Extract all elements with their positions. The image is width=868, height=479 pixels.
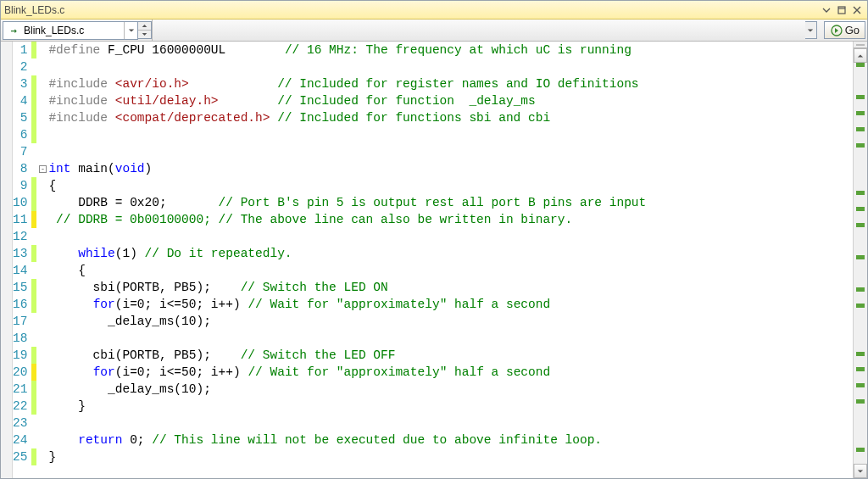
spinner-up-icon[interactable] [138, 22, 151, 31]
breakpoint-slot[interactable] [1, 279, 12, 296]
overview-change-mark[interactable] [856, 207, 865, 211]
code-line[interactable] [48, 330, 853, 347]
breakpoint-slot[interactable] [1, 296, 12, 313]
breakpoint-slot[interactable] [1, 109, 12, 126]
breakpoint-slot[interactable] [1, 92, 12, 109]
overview-change-mark[interactable] [856, 63, 865, 67]
breakpoint-margin[interactable] [1, 42, 13, 478]
window-menu-button[interactable] [820, 3, 833, 17]
code-line[interactable]: _delay_ms(10); [48, 313, 853, 330]
line-number: 3 [13, 75, 31, 92]
code-line[interactable]: #include <util/delay.h> // Included for … [48, 92, 853, 109]
breakpoint-slot[interactable] [1, 381, 12, 398]
breakpoint-slot[interactable] [1, 262, 12, 279]
breakpoint-slot[interactable] [1, 160, 12, 177]
breakpoint-slot[interactable] [1, 42, 12, 58]
overview-change-mark[interactable] [856, 143, 865, 148]
code-line[interactable]: #include <compat/deprecated.h> // Includ… [48, 109, 853, 126]
breakpoint-slot[interactable] [1, 143, 12, 160]
fold-slot [36, 211, 48, 228]
code-line[interactable]: return 0; // This line will not be execu… [48, 432, 853, 448]
breakpoint-slot[interactable] [1, 313, 12, 330]
overview-change-mark[interactable] [856, 191, 865, 195]
code-line[interactable]: _delay_ms(10); [48, 381, 853, 398]
overview-change-mark[interactable] [856, 223, 865, 227]
overview-change-mark[interactable] [856, 352, 865, 356]
file-scope-combo[interactable]: → Blink_LEDs.c [3, 21, 138, 40]
code-line[interactable]: } [48, 448, 853, 465]
overview-change-mark[interactable] [856, 448, 865, 452]
code-line[interactable]: { [48, 262, 853, 279]
line-number: 19 [13, 347, 31, 364]
breakpoint-slot[interactable] [1, 448, 12, 465]
code-line[interactable]: #define F_CPU 16000000UL // 16 MHz: The … [48, 42, 853, 58]
overview-change-mark[interactable] [856, 399, 865, 404]
scroll-up-button[interactable] [854, 48, 867, 63]
breakpoint-slot[interactable] [1, 330, 12, 347]
fold-slot [36, 42, 48, 58]
code-line[interactable]: for(i=0; i<=50; i++) // Wait for "approx… [48, 296, 853, 313]
line-number: 5 [13, 109, 31, 126]
code-line[interactable] [48, 126, 853, 143]
code-line[interactable]: cbi(PORTB, PB5); // Switch the LED OFF [48, 347, 853, 364]
breakpoint-slot[interactable] [1, 398, 12, 415]
file-arrow-icon: → [7, 24, 20, 37]
maximize-button[interactable] [835, 3, 849, 17]
spinner-down-icon[interactable] [138, 31, 151, 38]
scrollbar-track[interactable] [854, 63, 867, 464]
code-line[interactable] [48, 143, 853, 160]
go-button-label: Go [845, 24, 860, 36]
go-button[interactable]: Go [824, 21, 865, 39]
breakpoint-slot[interactable] [1, 364, 12, 381]
overview-change-mark[interactable] [856, 367, 865, 371]
breakpoint-slot[interactable] [1, 58, 12, 75]
fold-slot [36, 92, 48, 109]
code-line[interactable]: { [48, 177, 853, 194]
vertical-scrollbar[interactable] [853, 42, 867, 478]
code-line[interactable]: while(1) // Do it repeatedly. [48, 245, 853, 262]
code-line[interactable]: DDRB = 0x20; // Port B's pin 5 is output… [48, 194, 853, 211]
overview-change-mark[interactable] [856, 111, 865, 115]
breakpoint-slot[interactable] [1, 177, 12, 194]
breakpoint-slot[interactable] [1, 415, 12, 432]
fold-collapse-icon[interactable]: - [39, 165, 47, 173]
breakpoint-slot[interactable] [1, 211, 12, 228]
code-line[interactable]: sbi(PORTB, PB5); // Switch the LED ON [48, 279, 853, 296]
combo-dropdown-icon[interactable] [124, 22, 137, 39]
overview-change-mark[interactable] [856, 255, 865, 259]
code-editor[interactable]: 1234567891011121314151617181920212223242… [1, 42, 853, 478]
code-line[interactable]: } [48, 398, 853, 415]
breakpoint-slot[interactable] [1, 126, 12, 143]
overview-change-mark[interactable] [856, 304, 865, 308]
breakpoint-slot[interactable] [1, 228, 12, 245]
code-line[interactable]: for(i=0; i<=50; i++) // Wait for "approx… [48, 364, 853, 381]
breakpoint-slot[interactable] [1, 432, 12, 448]
member-combo-empty[interactable] [152, 19, 805, 41]
fold-margin[interactable]: - [36, 42, 48, 478]
overview-change-mark[interactable] [856, 287, 865, 292]
overview-change-mark[interactable] [856, 127, 865, 131]
breakpoint-slot[interactable] [1, 245, 12, 262]
fold-slot [36, 381, 48, 398]
fold-slot[interactable]: - [36, 160, 48, 177]
fold-slot [36, 364, 48, 381]
code-text-area[interactable]: #define F_CPU 16000000UL // 16 MHz: The … [48, 42, 853, 478]
code-line[interactable]: // DDRB = 0b00100000; // The above line … [48, 211, 853, 228]
breakpoint-slot[interactable] [1, 347, 12, 364]
overview-change-mark[interactable] [856, 383, 865, 387]
breakpoint-slot[interactable] [1, 75, 12, 92]
code-line[interactable]: int main(void) [48, 160, 853, 177]
member-combo-dropdown[interactable] [805, 21, 817, 39]
code-line[interactable]: #include <avr/io.h> // Included for regi… [48, 75, 853, 92]
overview-change-mark[interactable] [856, 95, 865, 99]
scroll-down-button[interactable] [854, 464, 867, 478]
code-line[interactable] [48, 58, 853, 75]
split-handle-icon[interactable] [854, 42, 867, 48]
window-title: Blink_LEDs.c [4, 4, 818, 16]
close-button[interactable] [850, 3, 864, 17]
breakpoint-slot[interactable] [1, 194, 12, 211]
fold-slot [36, 75, 48, 92]
code-line[interactable] [48, 415, 853, 432]
code-line[interactable] [48, 228, 853, 245]
scope-history-spinner[interactable] [138, 21, 152, 39]
